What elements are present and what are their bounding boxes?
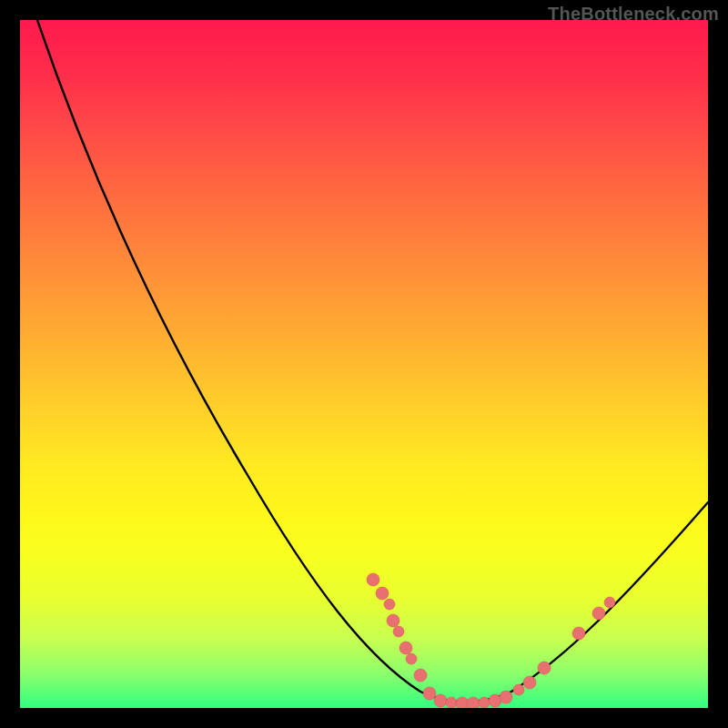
data-point — [500, 691, 512, 703]
data-point — [513, 684, 524, 695]
data-point — [406, 653, 417, 664]
data-point — [572, 627, 585, 640]
data-point — [367, 573, 379, 586]
data-point — [434, 694, 447, 707]
data-point — [479, 697, 490, 708]
data-point — [376, 587, 389, 600]
data-point — [387, 614, 399, 627]
data-point — [467, 697, 480, 708]
data-point — [384, 599, 395, 610]
data-point — [393, 626, 404, 637]
data-point — [592, 607, 605, 620]
data-point — [523, 676, 536, 689]
data-point — [414, 669, 427, 682]
data-point — [604, 597, 615, 608]
data-point — [423, 687, 436, 700]
data-point — [446, 697, 457, 708]
data-point — [399, 642, 412, 654]
chart-svg — [20, 20, 708, 708]
data-point — [538, 662, 551, 674]
